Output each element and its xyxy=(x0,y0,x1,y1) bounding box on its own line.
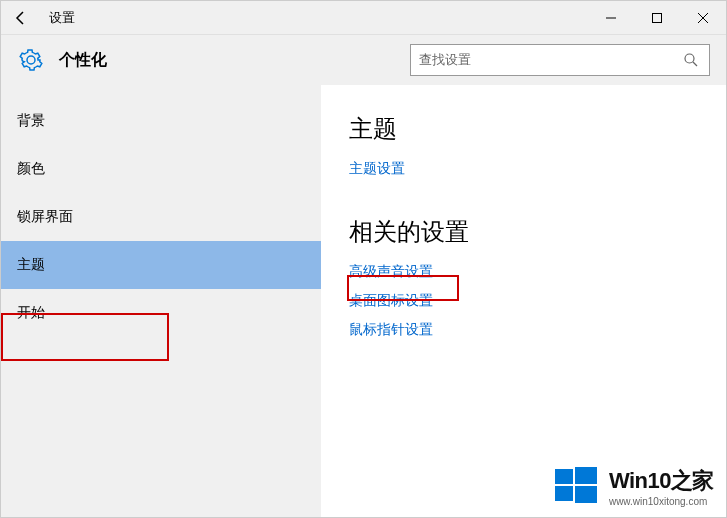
close-button[interactable] xyxy=(680,1,726,35)
sidebar-item-themes[interactable]: 主题 xyxy=(1,241,321,289)
link-mouse-pointer[interactable]: 鼠标指针设置 xyxy=(349,321,433,339)
page-title: 个性化 xyxy=(59,50,107,71)
header: 个性化 查找设置 xyxy=(1,35,726,85)
sidebar: 背景 颜色 锁屏界面 主题 开始 xyxy=(1,85,321,517)
section-title-themes: 主题 xyxy=(349,113,698,145)
svg-point-2 xyxy=(685,54,694,63)
gear-icon xyxy=(17,46,45,74)
svg-rect-1 xyxy=(653,13,662,22)
maximize-icon xyxy=(651,12,663,24)
watermark-title: Win10之家 xyxy=(609,466,714,496)
link-desktop-icons[interactable]: 桌面图标设置 xyxy=(349,292,433,310)
window-controls xyxy=(588,1,726,35)
watermark: Win10之家 www.win10xitong.com xyxy=(553,463,714,509)
content: 背景 颜色 锁屏界面 主题 开始 主题 主题设置 相关的设置 高级声音设置 桌面… xyxy=(1,85,726,517)
section-title-related: 相关的设置 xyxy=(349,216,698,248)
sidebar-item-label: 开始 xyxy=(17,304,45,322)
maximize-button[interactable] xyxy=(634,1,680,35)
search-icon xyxy=(681,52,701,68)
sidebar-item-label: 主题 xyxy=(17,256,45,274)
sidebar-item-label: 背景 xyxy=(17,112,45,130)
svg-rect-5 xyxy=(575,467,597,484)
window-title: 设置 xyxy=(49,9,75,27)
main: 主题 主题设置 相关的设置 高级声音设置 桌面图标设置 鼠标指针设置 xyxy=(321,85,726,517)
svg-rect-6 xyxy=(555,486,573,501)
sidebar-item-start[interactable]: 开始 xyxy=(1,289,321,337)
sidebar-item-label: 颜色 xyxy=(17,160,45,178)
sidebar-item-lockscreen[interactable]: 锁屏界面 xyxy=(1,193,321,241)
link-advanced-sound[interactable]: 高级声音设置 xyxy=(349,263,433,281)
sidebar-item-colors[interactable]: 颜色 xyxy=(1,145,321,193)
search-input[interactable]: 查找设置 xyxy=(410,44,710,76)
sidebar-item-label: 锁屏界面 xyxy=(17,208,73,226)
watermark-subtitle: www.win10xitong.com xyxy=(609,496,714,507)
back-button[interactable] xyxy=(1,1,41,35)
sidebar-item-background[interactable]: 背景 xyxy=(1,97,321,145)
minimize-button[interactable] xyxy=(588,1,634,35)
windows-logo-icon xyxy=(553,463,599,509)
arrow-left-icon xyxy=(13,10,29,26)
svg-line-3 xyxy=(693,62,697,66)
minimize-icon xyxy=(605,12,617,24)
close-icon xyxy=(697,12,709,24)
link-theme-settings[interactable]: 主题设置 xyxy=(349,160,405,178)
titlebar: 设置 xyxy=(1,1,726,35)
svg-rect-4 xyxy=(555,469,573,484)
search-placeholder: 查找设置 xyxy=(419,51,681,69)
svg-rect-7 xyxy=(575,486,597,503)
